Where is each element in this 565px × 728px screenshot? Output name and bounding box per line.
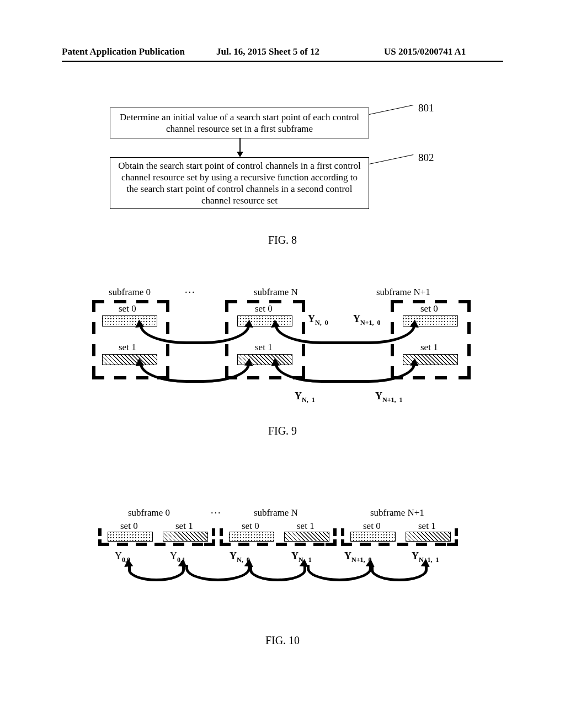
fig10-sfN1-label: subframe N+1	[370, 507, 424, 518]
fig10-curve-3	[249, 565, 306, 581]
fig9-sf0-set1-box	[102, 354, 157, 365]
header-left: Patent Application Publication	[62, 46, 185, 57]
fig9-sfN-set0-label: set 0	[255, 303, 273, 314]
fig9-sfN1-set1-label: set 1	[420, 342, 438, 353]
fig10-sf0-set0-label: set 0	[120, 521, 138, 532]
fig9-y-n-1: YN, 1	[295, 390, 315, 404]
fig9-curve-0N-s1	[140, 364, 250, 383]
fig9-sf0-label: subframe 0	[109, 287, 151, 298]
fig10-sfN-set1-label: set 1	[297, 521, 315, 532]
fig8-label-801: 801	[418, 102, 434, 114]
fig10-sf0-label: subframe 0	[128, 507, 170, 518]
fig10-sfN1-set0-label: set 0	[363, 521, 381, 532]
header-mid: Jul. 16, 2015 Sheet 5 of 12	[216, 46, 319, 57]
fig8-label-802: 802	[418, 152, 434, 164]
fig10-y-n1-0: YN+1, 0	[344, 550, 372, 564]
fig9-y-n1-0: YN+1, 0	[353, 313, 381, 327]
fig9-curve-0N-s0	[140, 325, 250, 344]
fig8-box-802: Obtain the search start point of control…	[110, 157, 369, 209]
fig9-sfN-label: subframe N	[254, 287, 298, 298]
fig10-curve-2	[185, 565, 250, 581]
fig10-sf0-set1-box	[163, 532, 208, 542]
fig9-sf0-set0-label: set 0	[119, 303, 136, 314]
fig8-box2-text: Obtain the search start point of control…	[116, 160, 363, 207]
fig10-caption: FIG. 10	[0, 634, 565, 647]
fig10-sfN-set0-label: set 0	[242, 521, 259, 532]
fig8-box-801: Determine an initial value of a search s…	[110, 108, 369, 138]
header-rule	[62, 61, 503, 62]
fig9-y-n0-text: YN, 0	[308, 313, 328, 324]
header-right: US 2015/0200741 A1	[384, 46, 466, 57]
fig10-sf0-set0-box	[108, 532, 153, 542]
fig10-sfN-set1-box	[284, 532, 329, 542]
fig8-caption: FIG. 8	[0, 234, 565, 247]
fig10-sfN-label: subframe N	[254, 507, 298, 518]
fig10-sfN-set0-box	[229, 532, 274, 542]
fig9-dots: ···	[185, 287, 196, 298]
fig10-curve-5	[371, 565, 428, 581]
fig9-sf0-set1-label: set 1	[119, 342, 136, 353]
fig9-curve-NN1-s0	[275, 325, 415, 344]
fig9-sfN1-label: subframe N+1	[376, 287, 430, 298]
fig8-leader-802	[369, 154, 413, 164]
fig10-sfN1-set1-box	[406, 532, 451, 542]
fig10-curve-4	[307, 565, 372, 581]
fig8-box1-text: Determine an initial value of a search s…	[116, 111, 363, 135]
fig9-y-n1-1: YN+1, 1	[375, 390, 403, 404]
fig9-sf0-set0-box	[102, 315, 157, 326]
fig9-caption: FIG. 9	[0, 425, 565, 437]
fig10-sf0-set1-label: set 1	[175, 521, 193, 532]
fig9-curve-NN1-s1	[275, 364, 415, 383]
fig10-curve-1	[128, 565, 185, 581]
fig9-y-n0: YN, 0	[308, 313, 328, 327]
fig8-leader-801	[369, 105, 413, 115]
fig10-sfN1-set0-box	[350, 532, 396, 542]
fig9-sfN-set1-label: set 1	[255, 342, 273, 353]
fig10-sfN1-set1-label: set 1	[418, 521, 436, 532]
fig9-sfN1-set0-label: set 0	[420, 303, 438, 314]
fig10-dots: ···	[211, 507, 222, 519]
